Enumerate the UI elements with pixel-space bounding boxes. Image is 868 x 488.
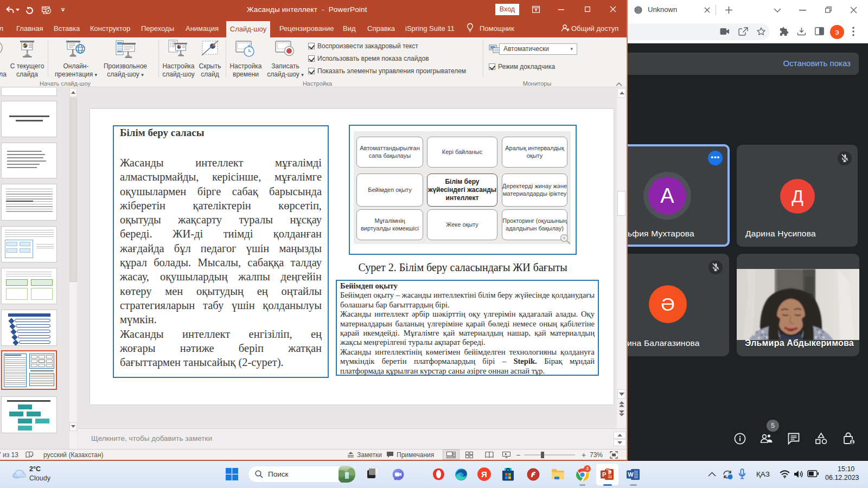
svg-text:W: W bbox=[628, 471, 634, 478]
svg-text:P: P bbox=[602, 471, 606, 478]
